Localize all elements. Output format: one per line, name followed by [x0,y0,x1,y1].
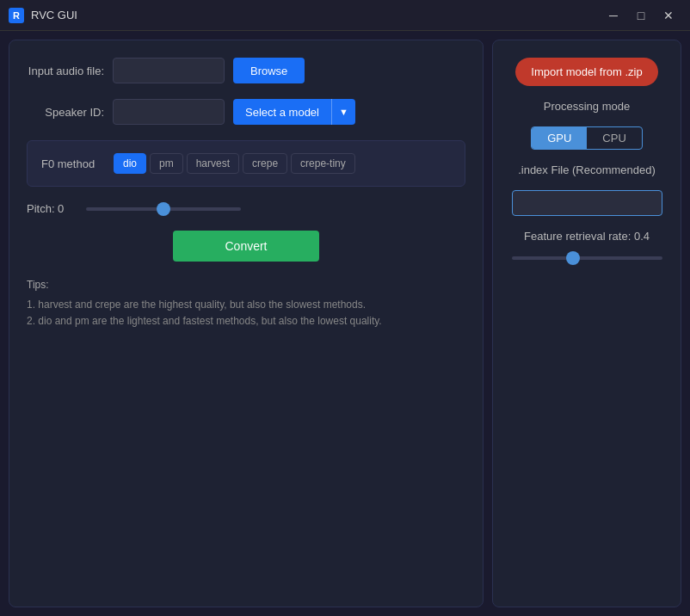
f0-crepe-button[interactable]: crepe [243,153,287,174]
tips-section: Tips: 1. harvest and crepe are the highe… [27,277,465,330]
tips-line-1: 1. harvest and crepe are the highest qua… [27,297,465,313]
minimize-button[interactable]: ─ [601,3,626,28]
tips-title: Tips: [27,277,465,293]
audio-file-input[interactable] [113,58,225,83]
title-bar: R RVC GUI ─ □ ✕ [0,0,690,31]
pitch-label: Pitch: 0 [27,202,74,215]
browse-button[interactable]: Browse [233,58,305,83]
model-dropdown-button[interactable]: ▼ [331,99,355,125]
feature-rate-label: Feature retrieval rate: 0.4 [524,230,650,243]
tips-line-2: 2. dio and pm are the lightest and faste… [27,313,465,330]
speaker-id-row: Speaker ID: 0 Select a model ▼ [27,99,465,125]
index-file-input[interactable] [512,190,662,216]
right-panel: Import model from .zip Processing mode G… [492,40,681,607]
select-model-button[interactable]: Select a model [233,99,331,125]
window-controls: ─ □ ✕ [601,3,681,28]
main-content: Input audio file: Browse Speaker ID: 0 S… [0,31,690,616]
f0-harvest-button[interactable]: harvest [187,153,239,174]
pitch-slider[interactable] [86,207,241,211]
f0-dio-button[interactable]: dio [114,153,146,174]
convert-row: Convert [27,231,465,262]
app-title: RVC GUI [31,9,601,22]
model-select-group: Select a model ▼ [233,99,355,125]
index-file-label: .index File (Recommended) [518,163,656,176]
left-panel: Input audio file: Browse Speaker ID: 0 S… [9,40,484,607]
f0-header: F0 method dio pm harvest crepe crepe-tin… [41,153,451,174]
processing-mode-toggle: GPU CPU [531,126,643,150]
f0-section: F0 method dio pm harvest crepe crepe-tin… [27,140,465,187]
processing-mode-label: Processing mode [544,100,630,113]
input-audio-label: Input audio file: [27,65,104,77]
f0-crepe-tiny-button[interactable]: crepe-tiny [291,153,355,174]
import-model-button[interactable]: Import model from .zip [515,58,657,86]
app-icon: R [9,8,24,23]
gpu-toggle-button[interactable]: GPU [532,127,587,149]
maximize-button[interactable]: □ [628,3,654,28]
cpu-toggle-button[interactable]: CPU [587,127,641,149]
input-audio-row: Input audio file: Browse [27,58,465,83]
speaker-id-label: Speaker ID: [27,106,104,119]
f0-method-label: F0 method [41,157,102,170]
feature-rate-slider[interactable] [512,256,662,260]
convert-button[interactable]: Convert [173,231,318,262]
f0-pm-button[interactable]: pm [150,153,183,174]
close-button[interactable]: ✕ [656,3,681,28]
f0-methods: dio pm harvest crepe crepe-tiny [114,153,355,174]
pitch-row: Pitch: 0 [27,202,465,215]
speaker-id-input[interactable]: 0 [113,99,225,125]
